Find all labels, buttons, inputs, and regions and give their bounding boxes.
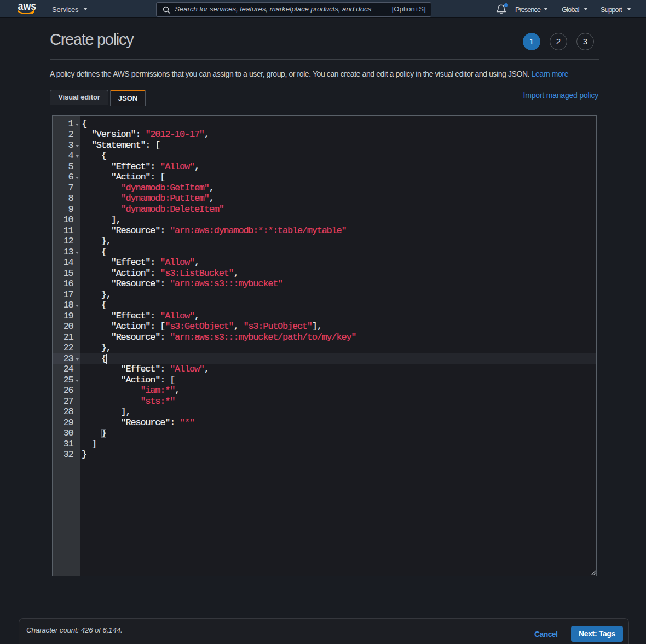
- svg-text:aws: aws: [18, 2, 36, 12]
